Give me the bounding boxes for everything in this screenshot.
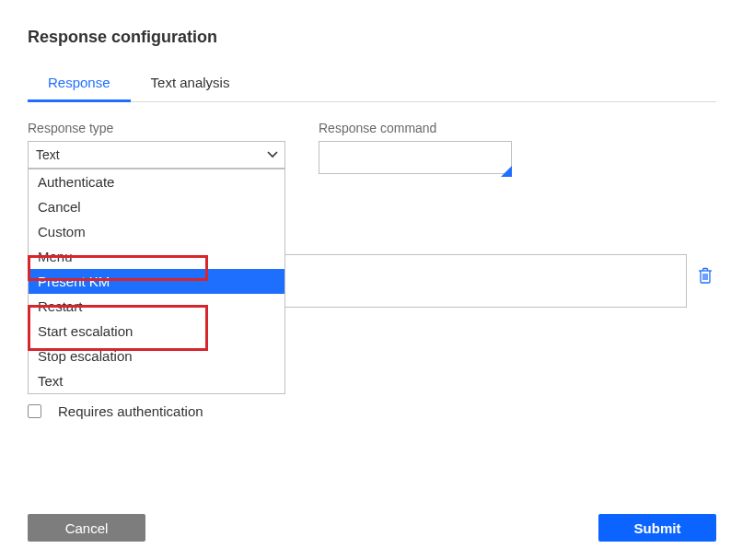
trash-icon[interactable] [698, 267, 713, 286]
response-command-input[interactable] [319, 141, 512, 174]
cancel-button[interactable]: Cancel [28, 514, 145, 542]
response-type-select[interactable]: Text [28, 141, 285, 169]
response-type-dropdown[interactable]: AuthenticateCancelCustomMenuPresent KMRe… [28, 169, 285, 394]
dropdown-option[interactable]: Stop escalation [29, 344, 284, 368]
response-type-value: Text [36, 147, 60, 162]
page-title: Response configuration [28, 28, 716, 47]
tab-bar: Response Text analysis [28, 65, 716, 102]
requires-auth-label: Requires authentication [58, 403, 203, 419]
dropdown-option[interactable]: Restart [29, 294, 284, 319]
dropdown-option[interactable]: Present KM [29, 269, 284, 294]
response-type-label: Response type [28, 121, 285, 135]
dialog-footer: Cancel Submit [28, 514, 716, 542]
chevron-down-icon [267, 151, 278, 158]
dropdown-option[interactable]: Custom [29, 219, 284, 244]
dropdown-option[interactable]: Authenticate [29, 169, 284, 194]
dropdown-option[interactable]: Cancel [29, 194, 284, 219]
submit-button[interactable]: Submit [598, 514, 716, 542]
tab-response[interactable]: Response [28, 65, 131, 102]
tab-text-analysis[interactable]: Text analysis [131, 65, 250, 102]
requires-auth-checkbox[interactable] [28, 404, 41, 418]
response-command-label: Response command [319, 121, 512, 135]
dropdown-option[interactable]: Start escalation [29, 319, 284, 344]
dropdown-option[interactable]: Text [29, 368, 284, 393]
dropdown-option[interactable]: Menu [29, 244, 284, 269]
